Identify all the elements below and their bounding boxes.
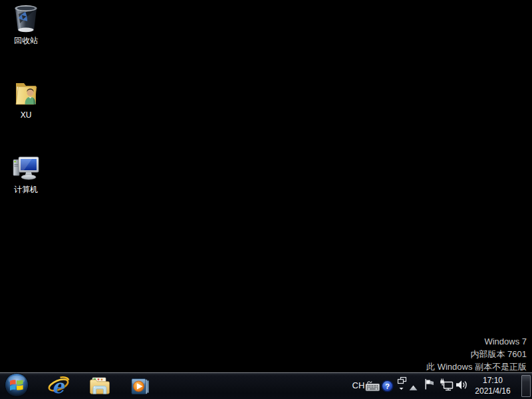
windows-activation-watermark: Windows 7 内部版本 7601 此 Windows 副本不是正版 xyxy=(426,335,527,373)
watermark-line-3: 此 Windows 副本不是正版 xyxy=(426,360,527,373)
desktop-icon-user-folder[interactable]: XU xyxy=(1,77,51,120)
computer-icon xyxy=(10,152,42,184)
start-button[interactable] xyxy=(4,372,29,398)
taskbar: e xyxy=(0,372,532,399)
recycle-bin-icon xyxy=(10,3,42,35)
desktop-icon-computer[interactable]: 计算机 xyxy=(1,152,51,195)
user-folder-icon xyxy=(10,77,42,109)
watermark-line-1: Windows 7 xyxy=(426,335,527,348)
windows-media-player-icon xyxy=(129,375,152,398)
internet-explorer-icon: e xyxy=(47,375,70,398)
desktop-icon-recycle-bin[interactable]: 回收站 xyxy=(1,3,51,46)
network-icon[interactable] xyxy=(438,378,454,394)
volume-icon[interactable] xyxy=(456,380,468,393)
taskbar-item-windows-media-player[interactable] xyxy=(126,374,155,398)
windows-logo-icon xyxy=(4,372,29,398)
svg-text:?: ? xyxy=(385,382,390,390)
desktop-icon-label: XU xyxy=(1,110,51,120)
watermark-line-2: 内部版本 7601 xyxy=(426,348,527,360)
language-indicator[interactable]: CH xyxy=(351,376,366,396)
clock-time: 17:10 xyxy=(470,375,515,386)
ime-help-icon[interactable]: ? xyxy=(381,380,394,395)
ime-toolbar-icon[interactable] xyxy=(397,376,408,394)
show-desktop-button[interactable] xyxy=(521,375,531,397)
svg-text:e: e xyxy=(52,375,65,398)
desktop-icon-label: 计算机 xyxy=(1,185,51,195)
ime-soft-keyboard-icon[interactable] xyxy=(365,380,380,395)
clock[interactable]: 17:10 2021/4/16 xyxy=(470,375,515,396)
taskbar-item-internet-explorer[interactable]: e xyxy=(44,374,73,398)
show-hidden-icons-button[interactable] xyxy=(409,382,418,394)
desktop-icon-label: 回收站 xyxy=(1,36,51,46)
clock-date: 2021/4/16 xyxy=(470,386,515,396)
action-center-flag-icon[interactable] xyxy=(424,378,435,393)
windows-explorer-icon xyxy=(88,375,111,398)
taskbar-item-windows-explorer[interactable] xyxy=(85,374,114,398)
